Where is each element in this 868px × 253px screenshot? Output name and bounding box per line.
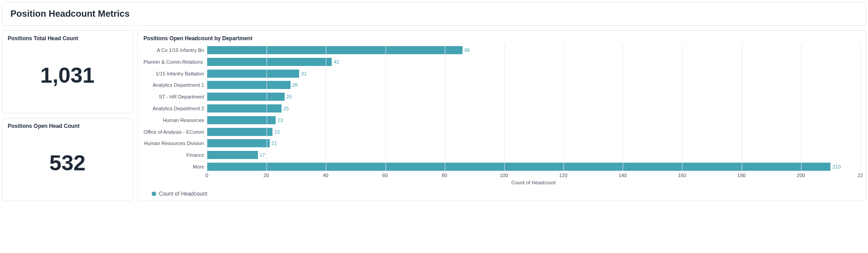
content-row: Positions Total Head Count 1,031 Positio… bbox=[0, 30, 868, 201]
kpi-total-card: Positions Total Head Count 1,031 bbox=[2, 30, 133, 113]
y-tick-label: Finance bbox=[143, 151, 204, 159]
chart-title: Positions Open Headcount by Department bbox=[143, 35, 860, 42]
kpi-column: Positions Total Head Count 1,031 Positio… bbox=[2, 30, 133, 201]
bar[interactable] bbox=[207, 70, 299, 78]
bar[interactable] bbox=[207, 163, 830, 171]
bar-row[interactable]: 23 bbox=[207, 116, 860, 124]
chart-legend[interactable]: Count of Headcount bbox=[143, 188, 860, 197]
bar-value-label: 42 bbox=[334, 59, 339, 65]
bar[interactable] bbox=[207, 58, 332, 66]
y-tick-label: More bbox=[143, 163, 204, 171]
kpi-total-value: 1,031 bbox=[8, 42, 127, 108]
bar[interactable] bbox=[207, 81, 291, 89]
bar-value-label: 210 bbox=[832, 164, 840, 169]
gridline bbox=[504, 44, 505, 173]
gridline bbox=[623, 44, 623, 173]
y-tick-label: Plannin & Comm.Relations - E bbox=[143, 58, 204, 66]
bar-value-label: 26 bbox=[286, 94, 292, 99]
bars-container[interactable]: 86423128262523222117210 bbox=[207, 44, 860, 173]
bar-value-label: 31 bbox=[301, 71, 306, 76]
x-tick-label: 80 bbox=[442, 173, 447, 178]
bar-value-label: 21 bbox=[272, 141, 277, 146]
kpi-open-title: Positions Open Head Count bbox=[8, 123, 127, 129]
y-tick-label: ST - HR Department bbox=[143, 93, 204, 101]
bar[interactable] bbox=[207, 151, 258, 159]
bar-row[interactable]: 28 bbox=[207, 81, 860, 89]
page-header: Position Headcount Metrics bbox=[2, 2, 866, 26]
chart-body: A Co 1/15 Infantry BnPlannin & Comm.Rela… bbox=[143, 44, 860, 188]
x-tick-label: 160 bbox=[678, 173, 686, 178]
gridline bbox=[445, 44, 445, 173]
page-title: Position Headcount Metrics bbox=[10, 9, 858, 19]
x-tick-label: 120 bbox=[559, 173, 567, 178]
bar[interactable] bbox=[207, 139, 270, 147]
x-tick-label: 40 bbox=[323, 173, 328, 178]
bar-value-label: 28 bbox=[292, 82, 298, 88]
bar-value-label: 25 bbox=[283, 106, 289, 111]
x-axis-ticks: 02040608010012014016018020022 bbox=[207, 173, 860, 180]
y-tick-label: Human Resources Division bbox=[143, 139, 204, 147]
bars-stack: 86423128262523222117210 bbox=[207, 44, 860, 173]
bar-row[interactable]: 25 bbox=[207, 104, 860, 112]
y-tick-label: Analytics Department 1 bbox=[143, 81, 204, 89]
x-tick-label: 180 bbox=[737, 173, 745, 178]
plot-area: A Co 1/15 Infantry BnPlannin & Comm.Rela… bbox=[143, 44, 860, 173]
bar-value-label: 22 bbox=[274, 129, 280, 135]
bar-value-label: 86 bbox=[464, 47, 470, 53]
bar-row[interactable]: 21 bbox=[207, 139, 860, 147]
bar-row[interactable]: 42 bbox=[207, 58, 860, 66]
bar-row[interactable]: 26 bbox=[207, 93, 860, 101]
bar[interactable] bbox=[207, 46, 463, 54]
bar[interactable] bbox=[207, 128, 272, 136]
x-tick-label: 0 bbox=[205, 173, 208, 178]
bar-row[interactable]: 86 bbox=[207, 46, 860, 54]
gridline bbox=[860, 44, 861, 173]
bar[interactable] bbox=[207, 104, 281, 112]
gridline bbox=[682, 44, 682, 173]
gridline bbox=[742, 44, 742, 173]
x-axis-label-row: Count of Headcount bbox=[143, 180, 860, 188]
legend-dot-icon bbox=[152, 192, 156, 196]
bar-row[interactable]: 17 bbox=[207, 151, 860, 159]
x-tick-label: 100 bbox=[500, 173, 508, 178]
chart-card: Positions Open Headcount by Department A… bbox=[138, 30, 866, 201]
x-tick-label: 22 bbox=[858, 173, 863, 178]
x-axis-ticks-row: 02040608010012014016018020022 bbox=[143, 173, 860, 180]
x-axis-label: Count of Headcount bbox=[207, 180, 860, 188]
x-tick-label: 60 bbox=[382, 173, 388, 178]
bar[interactable] bbox=[207, 93, 285, 101]
bar-row[interactable]: 210 bbox=[207, 163, 860, 171]
y-tick-label: Human Resources bbox=[143, 116, 204, 124]
x-tick-label: 200 bbox=[797, 173, 805, 178]
bar-row[interactable]: 22 bbox=[207, 128, 860, 136]
gridline bbox=[563, 44, 564, 173]
y-tick-label: Analytics Department 2 bbox=[143, 104, 204, 112]
gridline bbox=[326, 44, 326, 173]
legend-label: Count of Headcount bbox=[159, 191, 207, 197]
gridline bbox=[267, 44, 267, 173]
y-tick-label: Office of Analysis - EComm bbox=[143, 128, 204, 136]
kpi-open-card: Positions Open Head Count 532 bbox=[2, 118, 133, 201]
bar[interactable] bbox=[207, 116, 276, 124]
bar-value-label: 23 bbox=[277, 117, 283, 123]
bar-row[interactable]: 31 bbox=[207, 70, 860, 78]
gridline bbox=[386, 44, 386, 173]
y-axis-labels: A Co 1/15 Infantry BnPlannin & Comm.Rela… bbox=[143, 44, 207, 173]
kpi-total-title: Positions Total Head Count bbox=[8, 35, 127, 42]
gridline bbox=[801, 44, 801, 173]
y-tick-label: A Co 1/15 Infantry Bn bbox=[143, 46, 204, 54]
bar-value-label: 17 bbox=[260, 152, 265, 158]
y-tick-label: 1/15 Infantry Battalion bbox=[143, 70, 204, 78]
x-tick-label: 20 bbox=[263, 173, 269, 178]
kpi-open-value: 532 bbox=[8, 129, 127, 196]
x-tick-label: 140 bbox=[619, 173, 627, 178]
